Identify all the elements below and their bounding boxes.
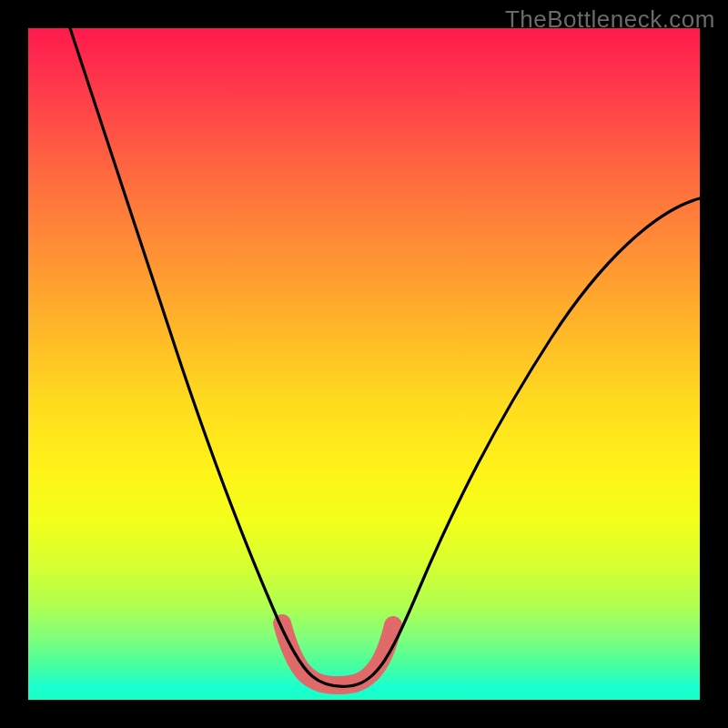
optimal-band-path: [282, 623, 393, 685]
plot-area: [28, 28, 700, 700]
bottleneck-curve-path: [70, 28, 700, 686]
bottleneck-curve-svg: [28, 28, 700, 700]
chart-frame: TheBottleneck.com: [0, 0, 728, 728]
